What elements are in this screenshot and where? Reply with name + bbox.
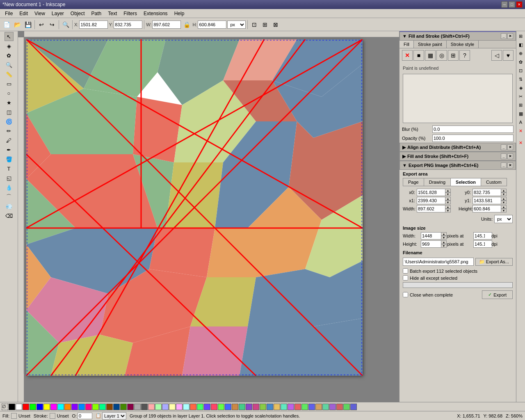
w-input[interactable] [152, 21, 181, 29]
palette-color-#44cc88[interactable] [239, 404, 245, 410]
export-close-btn[interactable]: ✕ [507, 162, 513, 168]
right-icon-2[interactable]: ◧ [517, 41, 525, 49]
tool-select[interactable]: ↖ [5, 32, 14, 41]
img-width-up-btn[interactable]: ▲ [441, 232, 447, 236]
palette-color-#0088ff[interactable] [78, 404, 85, 410]
palette-color-#60e860[interactable] [301, 404, 308, 410]
export-units-select[interactable]: px mm in [494, 215, 513, 223]
palette-color-#60d460[interactable] [343, 404, 350, 410]
menu-text[interactable]: Text [105, 10, 120, 17]
palette-color-#ff4466[interactable] [211, 404, 217, 410]
palette-color-#000000[interactable] [9, 404, 15, 410]
x-input[interactable] [79, 21, 108, 29]
menu-layer[interactable]: Layer [48, 10, 67, 17]
toolbar-redo[interactable]: ↪ [47, 20, 57, 30]
tool-rect[interactable]: ▭ [5, 79, 14, 88]
menu-object[interactable]: Object [67, 10, 88, 17]
y1-input[interactable] [472, 197, 501, 204]
right-icon-8[interactable]: ✂ [517, 92, 525, 100]
palette-color-#60e8c0[interactable] [281, 404, 287, 410]
palette-color-#60d4a0[interactable] [322, 404, 329, 410]
maximize-button[interactable]: □ [509, 1, 515, 8]
layer-select[interactable]: Layer 1 [102, 412, 126, 420]
palette-color-#8800ff[interactable] [71, 404, 78, 410]
img-width-down-btn[interactable]: ▼ [441, 236, 447, 240]
palette-color-#cc4488[interactable] [253, 404, 259, 410]
right-icon-1[interactable]: ⊞ [517, 32, 525, 40]
x0-down-btn[interactable]: ▼ [445, 192, 451, 196]
export-min-btn[interactable]: _ [501, 162, 507, 168]
right-icon-5[interactable]: ⊡ [517, 66, 525, 75]
palette-color-#ff6644[interactable] [190, 404, 196, 410]
align-min-btn[interactable]: _ [501, 144, 507, 150]
blur-input[interactable] [432, 126, 514, 133]
batch-export-label[interactable]: Batch export 112 selected objects [410, 269, 477, 274]
units-select[interactable]: px mm cm in [227, 21, 246, 29]
toolbar-open[interactable]: 📂 [12, 20, 22, 30]
palette-color-#ffaaaa[interactable] [148, 404, 155, 410]
palette-color-#ffffaa[interactable] [169, 404, 176, 410]
palette-color-#ff0000[interactable] [23, 404, 29, 410]
tab-stroke-paint[interactable]: Stroke paint [414, 41, 447, 48]
right-icon-3[interactable]: ⊕ [517, 49, 525, 57]
tool-bucket[interactable]: 🪣 [5, 155, 14, 164]
menu-path[interactable]: Path [88, 10, 105, 17]
paint-extra1[interactable]: ◁ [491, 50, 502, 61]
width-input[interactable] [417, 205, 445, 212]
tool-text[interactable]: T [5, 164, 14, 173]
export-page-btn[interactable]: Page [403, 178, 424, 186]
height-up-btn[interactable]: ▲ [501, 205, 507, 209]
y0-up-btn[interactable]: ▲ [501, 189, 507, 192]
right-icon-4[interactable]: ✿ [517, 58, 525, 66]
fs2-min-btn[interactable]: _ [501, 153, 507, 159]
export-as-btn[interactable]: 📁 Export As... [475, 258, 513, 266]
palette-color-#e8c060[interactable] [274, 404, 280, 410]
toolbar-zoom-in[interactable]: 🔍 [61, 20, 71, 30]
menu-view[interactable]: View [31, 10, 48, 17]
palette-color-#aaaaaa[interactable] [134, 404, 141, 410]
img-height-up-btn[interactable]: ▲ [441, 240, 447, 244]
palette-none[interactable]: ∅ [2, 404, 8, 410]
close-button[interactable]: ✕ [516, 1, 523, 8]
palette-color-#88ff00[interactable] [92, 404, 99, 410]
fill-stroke-close-btn[interactable]: ✕ [507, 33, 513, 39]
palette-color-#d46060[interactable] [336, 404, 343, 410]
menu-edit[interactable]: Edit [16, 10, 31, 17]
palette-color-#555555[interactable] [141, 404, 148, 410]
y-input[interactable] [114, 21, 142, 29]
palette-color-#aaffaa[interactable] [155, 404, 162, 410]
tool-ellipse[interactable]: ○ [5, 89, 14, 98]
palette-color-#e86060[interactable] [294, 404, 301, 410]
fill-stroke-header[interactable]: ▼ Fill and Stroke (Shift+Ctrl+F) _ ✕ [399, 31, 516, 41]
hide-except-label[interactable]: Hide all except selected [410, 276, 457, 281]
palette-color-#ffaaff[interactable] [176, 404, 183, 410]
tool-pen[interactable]: 🖊 [5, 136, 14, 145]
tool-connector[interactable]: ⌒ [5, 192, 14, 201]
right-icon-x-red[interactable]: ✕ [517, 127, 525, 135]
paint-none-btn[interactable]: ✕ [402, 50, 413, 61]
palette-color-#6060e8[interactable] [308, 404, 315, 410]
img-height-input[interactable] [421, 240, 441, 248]
tool-zoom[interactable]: 🔍 [5, 60, 14, 69]
right-icon-11[interactable]: A [517, 118, 525, 126]
tool-gradient[interactable]: ◱ [5, 173, 14, 183]
x1-input[interactable] [417, 197, 445, 204]
tool-spray[interactable]: 💨 [5, 202, 14, 211]
y0-input[interactable] [472, 189, 501, 196]
palette-color-#ff8800[interactable] [64, 404, 71, 410]
palette-color-#884400[interactable] [106, 404, 113, 410]
toolbar-new[interactable]: 📄 [2, 20, 11, 30]
img-dpi2-input[interactable] [473, 240, 492, 248]
right-icon-6[interactable]: ⇅ [517, 75, 525, 83]
palette-color-#44ff66[interactable] [197, 404, 203, 410]
width-up-btn[interactable]: ▲ [445, 205, 451, 209]
menu-file[interactable]: File [2, 10, 16, 17]
y1-down-btn[interactable]: ▼ [501, 201, 507, 204]
paint-pattern-btn[interactable]: ⊞ [448, 50, 459, 61]
palette-color-#cc8844[interactable] [232, 404, 238, 410]
palette-color-#ff00ff[interactable] [50, 404, 57, 410]
tool-measure[interactable]: 📏 [5, 70, 14, 79]
menu-help[interactable]: Help [171, 10, 188, 17]
export-custom-btn[interactable]: Custom [481, 178, 507, 186]
export-png-header[interactable]: ▼ Export PNG Image (Shift+Ctrl+E) _ ✕ [399, 161, 516, 170]
